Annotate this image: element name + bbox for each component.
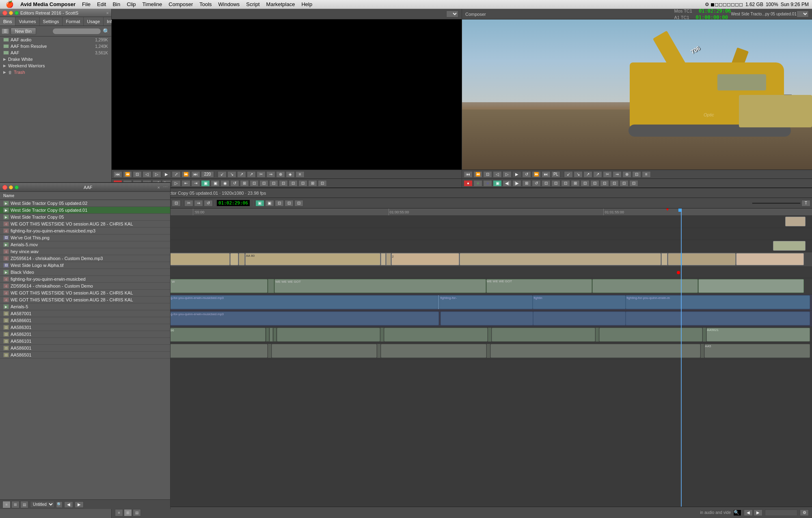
aaf-row-3[interactable]: ▶ West Side Tractor Copy 05: [0, 214, 170, 221]
bin-row-trash[interactable]: ▶ 🗑 Trash: [0, 69, 111, 75]
ctrl-c-step-1f-fwd[interactable]: |▶: [512, 180, 521, 187]
bin-row-weekend-warriors[interactable]: ▶ Weekend Warriors: [0, 62, 111, 69]
ctrl-replace[interactable]: ⊕: [276, 171, 285, 178]
aaf-bin-select[interactable]: Untitled: [30, 501, 54, 508]
ctrl-audio-mon[interactable]: ▣: [201, 180, 210, 187]
aaf-nav-prev[interactable]: ◀: [64, 501, 73, 508]
aaf-row-15[interactable]: ♫ WE GOT THIS WESTSIDE VO session AUG 28…: [0, 297, 170, 303]
bin-row-aaf-resolve[interactable]: AAF from Resolve 1,240K: [0, 43, 111, 49]
ctrl-c-match-frame[interactable]: ⊡: [483, 171, 492, 178]
v1-clip-4[interactable]: AA 80: [245, 253, 381, 265]
ctrl-quick-trans[interactable]: ⇒: [266, 171, 275, 178]
bottom-gear[interactable]: ⚙: [800, 509, 809, 516]
tab-format[interactable]: Format: [63, 17, 84, 26]
ctrl-mark-out[interactable]: ▷: [152, 171, 161, 178]
aaf-panel-settings[interactable]: ⋯: [163, 185, 168, 190]
a4-clip-2[interactable]: [266, 328, 269, 342]
aaf-search-btn[interactable]: 🔍: [56, 501, 63, 508]
a5-clip-6[interactable]: [487, 344, 490, 358]
ctrl-trim[interactable]: 220: [201, 171, 214, 178]
app-name[interactable]: Avid Media Composer: [18, 1, 78, 7]
a4-clip-7[interactable]: [384, 328, 488, 342]
v1-clip-3[interactable]: [239, 253, 245, 265]
ctrl-pan2[interactable]: ⊡: [250, 180, 259, 187]
v1-clip-end[interactable]: [736, 253, 804, 265]
a2-clip-4[interactable]: fighting-for-you-quinn-erwin-m: [626, 295, 810, 309]
ctrl-c-play[interactable]: ▶: [512, 171, 521, 178]
v1-clip-5[interactable]: [381, 253, 386, 265]
ctrl-overwrite[interactable]: ↘: [227, 171, 236, 178]
v1-clip-1[interactable]: [160, 253, 230, 265]
v1-clip-7[interactable]: 2: [391, 253, 459, 265]
ctrl-go-in[interactable]: ⇤: [181, 180, 190, 187]
a5-clip-end[interactable]: AA5: [704, 344, 810, 358]
tl-btn-cue2[interactable]: ⊡: [285, 200, 294, 206]
ctrl-extra[interactable]: ⊡: [298, 180, 307, 187]
a1-clip-5[interactable]: [592, 279, 698, 293]
aaf-row-4[interactable]: ♫ WE GOT THIS WESTSIDE VO session AUG 28…: [0, 221, 170, 228]
a5-clip-8[interactable]: [701, 344, 704, 358]
ctrl-c-play-loop[interactable]: ↺: [522, 171, 531, 178]
a3-clip-2[interactable]: [441, 312, 533, 325]
a5-clip-1[interactable]: [160, 344, 268, 358]
bins-maximize-btn[interactable]: [15, 11, 19, 15]
v1-clip-2[interactable]: [230, 253, 238, 265]
ctrl-c-extract[interactable]: ↗: [593, 171, 602, 178]
ctrl-step-back[interactable]: ⏪: [123, 171, 132, 178]
v1-clip-9[interactable]: [661, 253, 667, 265]
ctrl-c-mark-in[interactable]: ◁: [493, 171, 502, 178]
tl-btn-cue3[interactable]: ⊡: [294, 200, 303, 206]
tl-btn-gain[interactable]: ⊡: [172, 200, 181, 206]
view-icon-list[interactable]: ≡: [115, 509, 123, 516]
menu-windows[interactable]: Windows: [216, 1, 242, 7]
tab-usage[interactable]: Usage: [84, 17, 104, 26]
tab-settings[interactable]: Settings: [40, 17, 63, 26]
aaf-row-11[interactable]: ▶ Black Video: [0, 269, 170, 276]
a4-clip-4[interactable]: [273, 328, 276, 342]
ctrl-mark-out2[interactable]: ▷: [172, 180, 181, 187]
aaf-nav-next[interactable]: ▶: [75, 501, 84, 508]
tab-volumes[interactable]: Volumes: [15, 17, 39, 26]
tab-bins[interactable]: Bins: [0, 17, 15, 26]
ctrl-c-misc[interactable]: ⊡: [590, 180, 599, 187]
a4-clip-12[interactable]: [703, 328, 706, 342]
ctrl-play[interactable]: ▶: [162, 171, 171, 178]
menu-file[interactable]: File: [80, 1, 93, 7]
apple-menu[interactable]: 🍎: [3, 0, 16, 8]
menu-clip[interactable]: Clip: [124, 1, 138, 7]
ctrl-c-add-edit[interactable]: ✂: [603, 171, 612, 178]
tl-btn-sync-scroll[interactable]: ↺: [204, 200, 213, 206]
ctrl-c-clip-gain[interactable]: ⊡: [632, 171, 641, 178]
composer-monitor-dropdown[interactable]: [797, 11, 809, 17]
aaf-row-20[interactable]: ⊡ AA586201: [0, 331, 170, 338]
a5-clip-5[interactable]: [381, 344, 486, 358]
tl-timecode-input[interactable]: 01:02:29:06: [216, 200, 250, 206]
a4-clip-10[interactable]: [596, 328, 599, 342]
ctrl-c-misc2[interactable]: ⊡: [600, 180, 609, 187]
menu-script[interactable]: Script: [244, 1, 262, 7]
bottom-nav-fwd[interactable]: ▶: [754, 509, 762, 516]
tl-btn-cue[interactable]: ⊡: [275, 200, 284, 206]
a4-clip-1[interactable]: AA30.96: [160, 328, 266, 342]
ctrl-c-r[interactable]: PL: [551, 171, 560, 178]
menu-composer[interactable]: Composer: [166, 1, 195, 7]
ctrl-splice[interactable]: ↙: [218, 171, 227, 178]
ctrl-c-loop[interactable]: ↺: [532, 180, 541, 187]
aaf-row-5[interactable]: ♫ fighting-for-you-quinn-erwin-musicbed.…: [0, 228, 170, 234]
ctrl-c-more[interactable]: ≡: [642, 171, 651, 178]
ctrl-match-frame[interactable]: ⊡: [133, 171, 142, 178]
aaf-row-8[interactable]: ♫ hey vince.wav: [0, 248, 170, 255]
ctrl-pan[interactable]: ⊞: [240, 180, 249, 187]
aaf-view-frame[interactable]: ⊞: [11, 501, 19, 508]
a1-clip-6[interactable]: [698, 279, 804, 293]
bins-search-input[interactable]: [52, 28, 101, 34]
a3-clip-1[interactable]: fighting-for-you-quinn-erwin-musicbed.mp…: [160, 312, 439, 325]
ctrl-c-step-fwd[interactable]: ⏩: [532, 171, 541, 178]
menu-edit[interactable]: Edit: [95, 1, 108, 7]
aaf-row-23[interactable]: ⊡ AA586501: [0, 352, 170, 359]
aaf-row-14[interactable]: ♫ WE GOT THIS WESTSIDE VO session AUG 28…: [0, 290, 170, 297]
ctrl-more2[interactable]: ⊡: [289, 180, 298, 187]
tl-search-field[interactable]: [752, 202, 801, 204]
ctrl-sync[interactable]: ⤢: [172, 171, 181, 178]
aaf-row-2[interactable]: ▶ West Side Tractor Copy 05 updated.01: [0, 207, 170, 214]
